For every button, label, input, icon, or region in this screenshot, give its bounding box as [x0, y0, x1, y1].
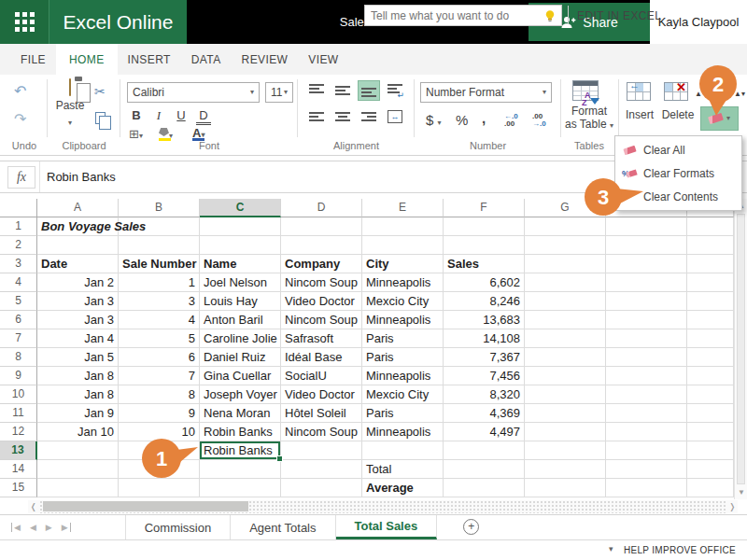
cell-C10[interactable]: Joseph Voyer	[200, 385, 281, 404]
cell-H14[interactable]	[606, 460, 687, 479]
cell-B2[interactable]	[119, 236, 200, 255]
cell-E13[interactable]	[362, 441, 444, 460]
cell-G9[interactable]	[525, 367, 606, 385]
column-header-b[interactable]: B	[119, 199, 200, 217]
cell-F8[interactable]: 7,367	[444, 348, 525, 367]
cell-I11[interactable]	[687, 404, 734, 423]
cell-F14[interactable]	[444, 460, 525, 479]
cell-C12[interactable]: Robin Banks	[200, 423, 281, 441]
cell-E4[interactable]: Minneapolis	[362, 273, 444, 292]
cell-C1[interactable]	[200, 217, 281, 236]
cell-I10[interactable]	[687, 385, 734, 404]
cell-H11[interactable]	[606, 404, 687, 423]
cell-H13[interactable]	[606, 441, 687, 460]
cell-C14[interactable]	[200, 460, 281, 479]
copy-button[interactable]	[95, 112, 106, 124]
next-sheet-button[interactable]: ▶	[46, 523, 52, 532]
cell-G8[interactable]	[525, 348, 606, 367]
vertical-scroll-thumb[interactable]	[737, 214, 745, 484]
cell-H15[interactable]	[606, 479, 687, 497]
cell-H2[interactable]	[606, 236, 687, 255]
cell-F2[interactable]	[444, 236, 525, 255]
help-improve-office-link[interactable]: HELP IMPROVE OFFICE	[624, 545, 736, 555]
cell-E1[interactable]	[362, 217, 444, 236]
cell-A2[interactable]	[37, 236, 119, 255]
font-name-combobox[interactable]: Calibri▾	[127, 82, 260, 103]
cell-C15[interactable]	[200, 479, 281, 497]
cell-C3[interactable]: Name	[200, 255, 281, 273]
cell-E7[interactable]: Paris	[362, 329, 444, 348]
column-header-f[interactable]: F	[444, 199, 525, 217]
sheet-tab-commission[interactable]: Commission	[125, 515, 232, 539]
row-header-8[interactable]: 8	[0, 348, 37, 367]
cell-F5[interactable]: 8,246	[444, 292, 525, 311]
cell-A12[interactable]: Jan 10	[37, 423, 119, 441]
cell-D13[interactable]	[281, 441, 362, 460]
cell-B5[interactable]: 3	[119, 292, 200, 311]
cell-A5[interactable]: Jan 3	[37, 292, 119, 311]
new-sheet-button[interactable]: +	[463, 519, 479, 535]
comma-button[interactable]: ,	[482, 110, 486, 126]
cell-E10[interactable]: Mexcio City	[362, 385, 444, 404]
cell-H7[interactable]	[606, 329, 687, 348]
cell-G15[interactable]	[525, 479, 606, 497]
cell-D8[interactable]: Idéal Base	[281, 348, 362, 367]
cell-I15[interactable]	[687, 479, 734, 497]
cell-G14[interactable]	[525, 460, 606, 479]
cell-E3[interactable]: City	[362, 255, 444, 273]
cell-I12[interactable]	[687, 423, 734, 441]
cell-E11[interactable]: Paris	[362, 404, 444, 423]
cell-F10[interactable]: 8,320	[444, 385, 525, 404]
cell-H3[interactable]	[606, 255, 687, 273]
cell-D15[interactable]	[281, 479, 362, 497]
cell-G12[interactable]	[525, 423, 606, 441]
cell-G2[interactable]	[525, 236, 606, 255]
cell-E5[interactable]: Mexcio City	[362, 292, 444, 311]
cell-B8[interactable]: 6	[119, 348, 200, 367]
cell-C9[interactable]: Gina Cuellar	[200, 367, 281, 385]
cell-F11[interactable]: 4,369	[444, 404, 525, 423]
paste-button[interactable]: Paste ▾	[52, 79, 88, 137]
cell-I13[interactable]	[687, 441, 734, 460]
first-sheet-button[interactable]: ◀	[11, 523, 21, 532]
cell-A14[interactable]	[37, 460, 119, 479]
tab-data[interactable]: DATA	[181, 44, 232, 75]
scroll-down-arrow[interactable]: ▼	[735, 488, 747, 497]
cell-H10[interactable]	[606, 385, 687, 404]
row-header-12[interactable]: 12	[0, 423, 37, 441]
cell-F3[interactable]: Sales	[444, 255, 525, 273]
cell-B7[interactable]: 5	[119, 329, 200, 348]
cell-I1[interactable]	[687, 217, 734, 236]
cell-C4[interactable]: Joel Nelson	[200, 273, 281, 292]
cell-H5[interactable]	[606, 292, 687, 311]
cell-B15[interactable]	[119, 479, 200, 497]
row-header-5[interactable]: 5	[0, 292, 37, 311]
redo-button[interactable]: ↷	[14, 112, 26, 127]
edit-in-excel-button[interactable]: EDIT IN EXCEL	[577, 0, 661, 31]
cell-D1[interactable]	[281, 217, 362, 236]
tab-home[interactable]: HOME	[56, 44, 118, 75]
cell-F7[interactable]: 14,108	[444, 329, 525, 348]
row-header-1[interactable]: 1	[0, 217, 37, 236]
horizontal-scrollbar[interactable]: ❬ ❭	[28, 500, 738, 513]
cell-G13[interactable]	[525, 441, 606, 460]
cell-G10[interactable]	[525, 385, 606, 404]
cell-D7[interactable]: Safrasoft	[281, 329, 362, 348]
cell-A13[interactable]	[37, 441, 119, 460]
scroll-right-arrow[interactable]: ❭	[726, 500, 738, 513]
align-center-button[interactable]	[331, 106, 354, 127]
cell-B4[interactable]: 1	[119, 273, 200, 292]
italic-button[interactable]: I	[151, 108, 166, 123]
wrap-text-button[interactable]: ↵	[384, 80, 406, 101]
column-header-c[interactable]: C	[200, 199, 281, 217]
cell-E15[interactable]: Average	[362, 479, 444, 497]
cell-H4[interactable]	[606, 273, 687, 292]
status-menu-caret[interactable]: ▾	[609, 544, 613, 553]
cell-I5[interactable]	[687, 292, 734, 311]
cell-H6[interactable]	[606, 311, 687, 329]
cell-A10[interactable]: Jan 8	[37, 385, 119, 404]
cell-B6[interactable]: 4	[119, 311, 200, 329]
cell-D5[interactable]: Video Doctor	[281, 292, 362, 311]
cell-C8[interactable]: Daniel Ruiz	[200, 348, 281, 367]
paste-dropdown-caret[interactable]: ▾	[68, 119, 72, 127]
